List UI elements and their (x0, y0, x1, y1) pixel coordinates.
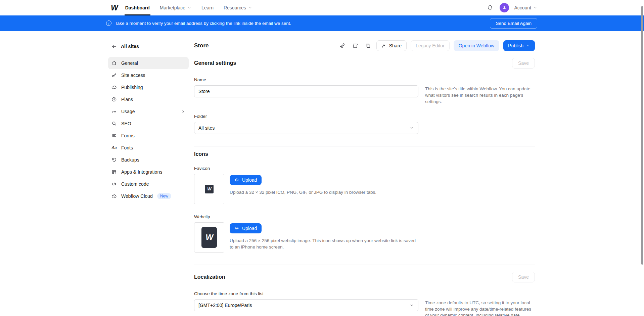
send-email-again-button[interactable]: Send Email Again (490, 18, 537, 29)
sidebar-item-label: Site access (121, 73, 145, 78)
sidebar-item-plans[interactable]: Plans (108, 93, 189, 105)
timezone-select[interactable]: [GMT+2:00] Europe/Paris (194, 299, 418, 311)
nav-item-label: Dashboard (125, 5, 150, 10)
site-actions: Share Legacy Editor Open in Webflow Publ… (338, 40, 535, 51)
section-title: Icons (194, 151, 208, 157)
notifications-bell-button[interactable] (486, 3, 495, 12)
apps-grid-icon (111, 169, 117, 175)
new-badge: New (157, 193, 171, 199)
favicon-preview: W (194, 174, 224, 204)
search-icon (111, 121, 117, 126)
forms-icon (111, 133, 117, 138)
section-divider (194, 265, 535, 265)
publish-button[interactable]: Publish (503, 40, 535, 51)
webflow-logo-icon[interactable]: W (111, 3, 118, 12)
restore-icon (111, 157, 117, 163)
sidebar-item-forms[interactable]: Forms (108, 130, 189, 142)
timezone-selected-value: [GMT+2:00] Europe/Paris (198, 303, 252, 308)
sidebar-item-usage[interactable]: Usage (108, 105, 189, 118)
primary-nav: Dashboard Marketplace Learn Resources (125, 0, 252, 15)
archive-box-icon (352, 43, 358, 49)
name-field-label: Name (194, 77, 535, 82)
bell-icon (487, 5, 493, 11)
sidebar-item-label: Webflow Cloud (121, 193, 153, 199)
chevron-down-icon (526, 44, 530, 48)
site-header: Store Share Legacy Editor Open in Webflo… (194, 40, 535, 51)
nav-item-learn[interactable]: Learn (201, 0, 214, 15)
banner-message-group: i Take a moment to verify your email add… (106, 20, 291, 26)
sidebar-item-seo[interactable]: SEO (108, 118, 189, 130)
sidebar-item-label: General (121, 60, 138, 66)
email-verify-banner: i Take a moment to verify your email add… (0, 15, 644, 31)
folder-select[interactable]: All sites (194, 122, 418, 134)
favicon-image: W (205, 185, 214, 193)
top-nav: W Dashboard Marketplace Learn Resources … (0, 0, 644, 15)
nav-item-dashboard[interactable]: Dashboard (125, 0, 150, 15)
transfer-site-icon (339, 43, 346, 49)
sidebar-item-custom-code[interactable]: Custom code (108, 178, 189, 190)
gauge-icon (111, 109, 117, 114)
sidebar-item-apps-integrations[interactable]: Apps & Integrations (108, 166, 189, 178)
chevron-down-icon (410, 126, 414, 130)
favicon-help-text: Upload a 32 × 32 pixel ICO, PNG, GIF, or… (230, 189, 376, 196)
archive-site-button[interactable] (351, 41, 360, 50)
publish-label: Publish (508, 43, 523, 48)
vertical-scrollbar[interactable] (641, 6, 643, 265)
settings-sidebar: All sites General Site access Publishing… (108, 31, 189, 316)
localization-save-button[interactable]: Save (512, 272, 535, 282)
nav-item-resources[interactable]: Resources (224, 0, 252, 15)
fonts-icon: Aa (111, 145, 117, 150)
banner-message: Take a moment to verify your email addre… (115, 21, 291, 26)
settings-main: Store Share Legacy Editor Open in Webflo… (194, 31, 535, 316)
upload-label: Upload (242, 226, 257, 231)
avatar[interactable]: J. (500, 3, 509, 12)
webclip-help-text: Upload a 256 × 256 pixel webclip image. … (230, 237, 418, 251)
favicon-glyph: W (207, 186, 211, 191)
sidebar-item-label: Backups (121, 157, 139, 163)
nav-item-label: Marketplace (160, 5, 185, 10)
key-icon (111, 73, 117, 78)
sidebar-item-site-access[interactable]: Site access (108, 69, 189, 81)
avatar-initials: J. (503, 6, 506, 10)
sidebar-item-label: Usage (121, 109, 177, 114)
localization-section: Localization Save Choose the time zone f… (194, 272, 535, 316)
sidebar-item-label: Publishing (121, 85, 143, 90)
sidebar-item-webflow-cloud[interactable]: Webflow Cloud New (108, 190, 189, 202)
site-name-input[interactable] (194, 85, 418, 97)
webclip-upload-button[interactable]: Upload (230, 223, 262, 233)
upload-icon (234, 226, 239, 231)
code-icon (111, 181, 117, 187)
share-label: Share (389, 43, 402, 48)
sidebar-item-label: Custom code (121, 181, 149, 187)
timezone-label: Choose the time zone from this list (194, 291, 535, 296)
transfer-site-button[interactable] (338, 41, 347, 50)
nav-item-marketplace[interactable]: Marketplace (160, 0, 191, 15)
chevron-down-icon (410, 303, 414, 307)
share-button[interactable]: Share (376, 40, 407, 51)
webclip-preview: W (194, 222, 224, 253)
account-menu[interactable]: Account (514, 5, 537, 10)
plans-icon (111, 97, 117, 102)
nav-item-label: Learn (201, 5, 214, 10)
section-title: General settings (194, 60, 236, 66)
timezone-help-text: Time zone defaults to UTC, so setting it… (425, 299, 535, 316)
cloud-icon (111, 193, 117, 199)
upload-label: Upload (242, 177, 257, 183)
back-to-all-sites[interactable]: All sites (108, 44, 189, 49)
general-save-button[interactable]: Save (512, 58, 535, 69)
sidebar-item-general[interactable]: General (108, 57, 189, 69)
sidebar-item-backups[interactable]: Backups (108, 154, 189, 166)
sidebar-item-fonts[interactable]: Aa Fonts (108, 142, 189, 154)
legacy-editor-button[interactable]: Legacy Editor (411, 40, 450, 51)
account-label: Account (514, 5, 531, 10)
duplicate-icon (365, 43, 371, 49)
section-title: Localization (194, 274, 225, 280)
favicon-upload-button[interactable]: Upload (230, 175, 262, 185)
sidebar-item-publishing[interactable]: Publishing (108, 81, 189, 93)
webclip-image: W (201, 227, 217, 248)
general-settings-section: General settings Save Name This is the s… (194, 58, 535, 134)
open-in-webflow-button[interactable]: Open in Webflow (454, 40, 499, 51)
home-icon (111, 60, 117, 66)
chevron-right-icon (181, 109, 185, 114)
duplicate-site-button[interactable] (364, 41, 372, 50)
